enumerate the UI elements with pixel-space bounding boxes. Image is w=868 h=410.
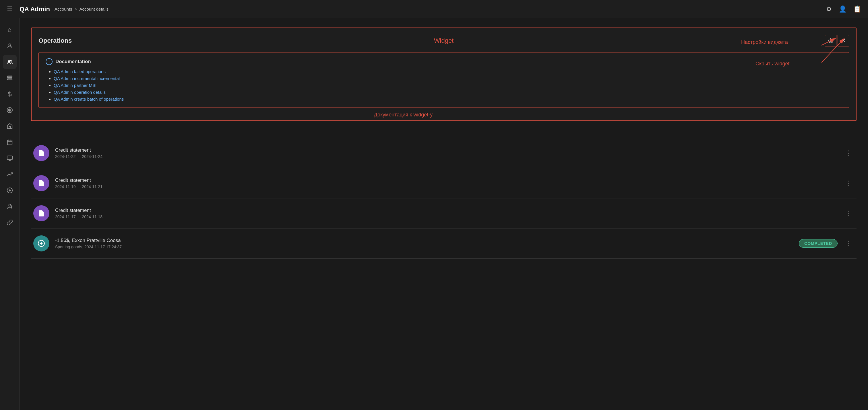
widget-settings-button[interactable] [825,35,836,46]
doc-link-operation-details[interactable]: QA Admin operation details [54,90,105,95]
info-icon: i [45,58,53,65]
operation-status: COMPLETED [799,239,838,248]
sidebar-item-dollar[interactable] [3,87,17,101]
widget-title: Operations [38,37,72,44]
widget-controls: ✕ [825,35,849,46]
operation-date: 2024-11-19 — 2024-11-21 [55,184,832,189]
sidebar-item-users[interactable] [3,55,17,69]
doc-link-failed-operations[interactable]: QA Admin failed operations [54,69,105,74]
doc-link-create-batch[interactable]: QA Admin create batch of operations [54,97,124,102]
sidebar-item-bank[interactable] [3,119,17,133]
operation-menu-button[interactable]: ⋮ [843,177,854,189]
header-actions: ⚙ 👤 📋 [826,5,861,13]
documentation-box: i Documentation QA Admin failed operatio… [38,52,849,108]
widget-header: Operations Widget ✕ [38,35,849,46]
top-header: ☰ QA Admin Accounts > Account details ⚙ … [0,0,868,19]
svg-rect-14 [7,156,12,160]
svg-rect-10 [7,140,12,145]
sidebar-item-list[interactable] [3,71,17,85]
sidebar-item-link[interactable] [3,216,17,229]
svg-rect-5 [7,79,12,80]
operation-icon [33,175,50,191]
operation-icon [33,205,50,221]
svg-point-1 [8,60,10,62]
svg-point-2 [10,60,12,61]
doc-title: Documentation [55,59,91,65]
operation-details: Credit statement 2024-11-17 — 2024-11-18 [55,208,832,219]
operation-item: Credit statement 2024-11-19 — 2024-11-21… [31,168,857,198]
operation-menu-button[interactable]: ⋮ [843,147,854,159]
doc-link-item: QA Admin operation details [54,90,842,95]
svg-rect-3 [7,76,12,77]
doc-annotation: Документация к widget-у [374,112,433,118]
svg-point-0 [9,44,11,46]
operation-date: 2024-11-17 — 2024-11-18 [55,214,832,219]
operation-item: Credit statement 2024-11-22 — 2024-11-24… [31,138,857,168]
svg-rect-4 [7,77,12,78]
operation-menu-button[interactable]: ⋮ [843,237,854,249]
sidebar-item-user[interactable] [3,39,17,53]
widget-label: Widget [434,37,454,44]
svg-point-23 [830,40,832,42]
users-icon[interactable]: 👤 [839,5,846,13]
breadcrumb: Accounts > Account details [55,7,108,11]
breadcrumb-accounts[interactable]: Accounts [55,7,72,11]
sidebar-item-dollar-circle[interactable] [3,103,17,117]
sidebar-item-monitor[interactable] [3,151,17,165]
breadcrumb-separator: > [74,7,77,11]
operation-name: -1.56$, Exxon Prattville Coosa [55,238,793,243]
copy-icon[interactable]: 📋 [854,5,861,13]
doc-link-item: QA Admin partner MSI [54,83,842,88]
widget-close-button[interactable]: ✕ [838,35,849,46]
operation-name: Credit statement [55,147,832,153]
sidebar-item-trending[interactable] [3,167,17,181]
operation-date: Sporting goods, 2024-11-17 17:24:37 [55,245,793,249]
operation-icon [33,145,50,161]
doc-header: i Documentation [45,58,842,65]
sidebar-item-home[interactable]: ⌂ [3,23,17,37]
sidebar-item-add-user[interactable] [3,200,17,213]
operations-list: Credit statement 2024-11-22 — 2024-11-24… [31,138,857,259]
operation-menu-button[interactable]: ⋮ [843,207,854,219]
status-badge: COMPLETED [799,239,838,248]
operation-date: 2024-11-22 — 2024-11-24 [55,154,832,159]
operation-item: Credit statement 2024-11-17 — 2024-11-18… [31,198,857,229]
svg-point-20 [9,204,11,206]
svg-rect-9 [9,127,11,129]
operation-icon [33,235,50,251]
doc-link-partner-msi[interactable]: QA Admin partner MSI [54,83,96,88]
operation-details: -1.56$, Exxon Prattville Coosa Sporting … [55,238,793,249]
doc-link-item: QA Admin create batch of operations [54,97,842,102]
operation-item: -1.56$, Exxon Prattville Coosa Sporting … [31,229,857,259]
operation-name: Credit statement [55,177,832,183]
doc-link-item: QA Admin failed operations [54,69,842,74]
main-layout: ⌂ [0,19,868,410]
doc-link-incremental[interactable]: QA Admin incremental incremental [54,76,120,81]
operation-details: Credit statement 2024-11-22 — 2024-11-24 [55,147,832,159]
doc-links: QA Admin failed operations QA Admin incr… [45,69,842,102]
menu-icon[interactable]: ☰ [7,5,12,13]
breadcrumb-current[interactable]: Account details [79,7,108,11]
doc-link-item: QA Admin incremental incremental [54,76,842,81]
operation-details: Credit statement 2024-11-19 — 2024-11-21 [55,177,832,189]
operation-name: Credit statement [55,208,832,213]
widget-container: Operations Widget ✕ i Documentation Q [31,28,857,121]
sidebar: ⌂ [0,19,20,410]
sidebar-item-plus-circle[interactable] [3,183,17,197]
brand-title: QA Admin [20,5,50,13]
sidebar-item-calendar[interactable] [3,135,17,149]
settings-icon[interactable]: ⚙ [826,5,832,13]
content-area: Operations Widget ✕ i Documentation Q [20,19,868,410]
